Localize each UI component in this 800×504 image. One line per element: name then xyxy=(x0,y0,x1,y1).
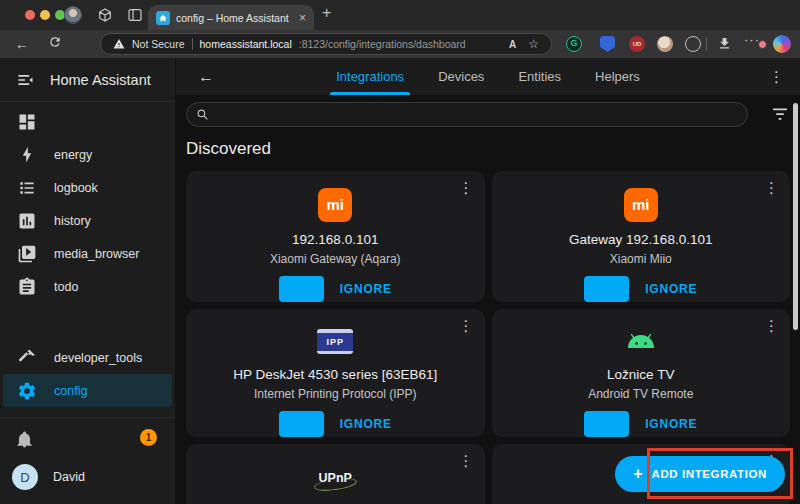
browser-profile-avatar[interactable] xyxy=(64,6,82,24)
page-header: ← Integrations Devices Entities Helpers … xyxy=(176,58,800,95)
card-title: Ložnice TV xyxy=(607,367,674,382)
downloads-icon[interactable] xyxy=(717,36,732,51)
browser-titlebar: config – Home Assistant × + xyxy=(0,0,800,30)
workspaces-icon[interactable] xyxy=(97,7,113,23)
clipboard-icon xyxy=(17,277,37,297)
sidebar-item-logbook[interactable]: logbook xyxy=(3,171,172,204)
play-box-icon xyxy=(17,244,37,264)
sidebar-item-media-browser[interactable]: media_browser xyxy=(3,237,172,270)
sidebar-item-developer-tools[interactable]: developer_tools xyxy=(3,341,172,374)
sidebar-footer: 1 D David xyxy=(0,417,175,504)
vertical-tabs-icon[interactable] xyxy=(127,7,143,23)
address-bar[interactable]: Not Secure homeassistant.local :8123/con… xyxy=(100,33,552,55)
sidebar-item-config[interactable]: config xyxy=(3,374,172,407)
overflow-menu-icon[interactable]: ⋮ xyxy=(769,69,784,84)
card-menu-icon[interactable]: ⋮ xyxy=(459,318,474,333)
list-icon xyxy=(17,178,37,198)
sidebar-title: Home Assistant xyxy=(50,72,151,88)
url-path: :8123/config/integrations/dashboard xyxy=(299,38,466,50)
ignore-button[interactable]: IGNORE xyxy=(645,417,697,431)
grammarly-extension-icon[interactable]: G xyxy=(566,36,582,52)
integration-card-ipp: ⋮ IPP HP DeskJet 4530 series [63EB61] In… xyxy=(186,309,485,437)
integrations-content: Discovered ⋮ mi 192.168.0.101 Xiaomi Gat… xyxy=(176,133,800,504)
red-extension-icon[interactable]: UD xyxy=(629,36,645,52)
home-assistant-favicon xyxy=(156,11,170,25)
ipp-logo-icon: IPP xyxy=(317,329,353,354)
refresh-icon[interactable] xyxy=(48,35,62,49)
browser-back-icon[interactable]: ← xyxy=(15,35,29,53)
copilot-icon[interactable] xyxy=(773,35,791,53)
dashboard-icon xyxy=(17,112,37,132)
card-subtitle: Internet Printing Protocol (IPP) xyxy=(254,387,417,401)
bar-chart-icon xyxy=(17,211,37,231)
card-subtitle: Xiaomi Miio xyxy=(610,252,672,266)
ignore-button[interactable]: IGNORE xyxy=(340,282,392,296)
filter-icon[interactable] xyxy=(770,106,790,122)
card-menu-icon[interactable]: ⋮ xyxy=(459,180,474,195)
scrollbar-thumb[interactable] xyxy=(793,103,798,330)
integration-card-android-tv: ⋮ Ložnice TV Android TV Remote IGNORE xyxy=(492,309,791,437)
bell-icon xyxy=(15,430,34,449)
shield-extension-icon[interactable] xyxy=(600,36,615,52)
xiaomi-logo-icon: mi xyxy=(624,188,658,222)
card-title: 192.168.0.101 xyxy=(292,232,378,247)
sidebar: Home Assistant energy logbook xyxy=(0,58,176,504)
extensions-notification-dot xyxy=(758,40,767,49)
gear-icon xyxy=(17,381,37,401)
warning-icon xyxy=(113,38,125,50)
favorite-star-icon[interactable]: ☆ xyxy=(528,37,539,51)
tab-devices[interactable]: Devices xyxy=(438,58,484,95)
search-input[interactable] xyxy=(186,102,748,127)
sidebar-item-energy[interactable]: energy xyxy=(3,138,172,171)
user-avatar: D xyxy=(12,464,38,490)
ignore-button[interactable]: IGNORE xyxy=(645,282,697,296)
configure-button[interactable] xyxy=(279,411,324,437)
tab-integrations[interactable]: Integrations xyxy=(336,58,404,95)
ignore-button[interactable]: IGNORE xyxy=(340,417,392,431)
configure-button[interactable] xyxy=(584,276,629,302)
profile-extension-icon[interactable] xyxy=(657,36,673,52)
card-menu-icon[interactable]: ⋮ xyxy=(459,453,474,468)
url-divider xyxy=(192,38,193,50)
sidebar-item-overview[interactable] xyxy=(3,105,172,138)
plus-icon: + xyxy=(633,465,642,483)
main-panel: ← Integrations Devices Entities Helpers … xyxy=(176,58,800,504)
tab-close-icon[interactable]: × xyxy=(299,11,306,25)
sidebar-collapse-icon[interactable] xyxy=(15,70,35,90)
back-arrow-icon[interactable]: ← xyxy=(198,68,214,86)
read-aloud-icon[interactable]: A xyxy=(509,39,516,50)
configure-button[interactable] xyxy=(279,276,324,302)
home-assistant-app: Home Assistant energy logbook xyxy=(0,58,800,504)
android-logo-icon xyxy=(625,332,657,350)
user-name: David xyxy=(53,470,85,484)
tab-title: config – Home Assistant xyxy=(176,12,293,24)
tab-entities[interactable]: Entities xyxy=(518,58,561,95)
toolbar-divider xyxy=(706,37,707,51)
card-menu-icon[interactable]: ⋮ xyxy=(764,318,779,333)
browser-tab[interactable]: config – Home Assistant × xyxy=(148,5,314,30)
notifications-row[interactable]: 1 xyxy=(0,418,175,460)
search-toolbar xyxy=(176,95,800,133)
window-minimize-button[interactable] xyxy=(40,10,50,20)
integration-card-upnp: ⋮ UPnP M4R xyxy=(186,444,485,504)
tab-helpers[interactable]: Helpers xyxy=(595,58,640,95)
xiaomi-logo-icon: mi xyxy=(318,188,352,222)
sidebar-item-todo[interactable]: todo xyxy=(3,270,172,303)
url-host: homeassistant.local xyxy=(200,38,292,50)
github-extension-icon[interactable] xyxy=(685,36,701,52)
card-title: Gateway 192.168.0.101 xyxy=(569,232,712,247)
search-icon xyxy=(196,108,209,121)
sidebar-header: Home Assistant xyxy=(0,58,175,102)
card-subtitle: Android TV Remote xyxy=(588,387,693,401)
window-close-button[interactable] xyxy=(25,10,35,20)
integration-card-xiaomi-miio: ⋮ mi Gateway 192.168.0.101 Xiaomi Miio I… xyxy=(492,171,791,302)
sidebar-item-history[interactable]: history xyxy=(3,204,172,237)
card-title: HP DeskJet 4530 series [63EB61] xyxy=(233,367,437,382)
user-row[interactable]: D David xyxy=(0,460,175,504)
configure-button[interactable] xyxy=(584,411,629,437)
new-tab-button[interactable]: + xyxy=(322,4,331,22)
section-title: Discovered xyxy=(186,139,790,159)
card-menu-icon[interactable]: ⋮ xyxy=(764,180,779,195)
lightning-icon xyxy=(17,145,37,165)
add-integration-button[interactable]: + ADD INTEGRATION xyxy=(615,456,785,492)
